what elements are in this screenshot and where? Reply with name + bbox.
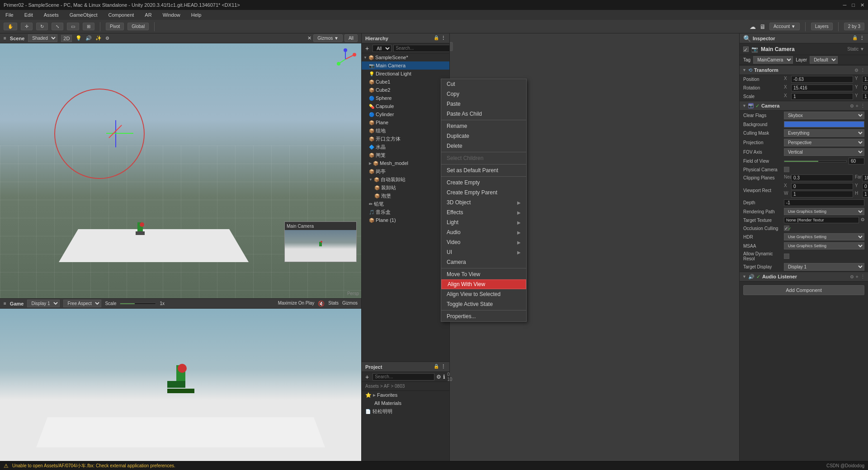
- cm-effects[interactable]: Effects ▶: [441, 207, 526, 217]
- menu-help[interactable]: Help: [189, 11, 203, 19]
- pos-x-input[interactable]: [791, 76, 853, 83]
- camera-settings-icon[interactable]: ⚙: [850, 103, 854, 108]
- msaa-dropdown[interactable]: Use Graphics Setting: [784, 242, 864, 249]
- cm-audio[interactable]: Audio ▶: [441, 227, 526, 237]
- cm-move-to-view[interactable]: Move To View: [441, 269, 526, 279]
- stats-btn[interactable]: Stats: [328, 301, 339, 307]
- project-more-icon[interactable]: ⋮: [441, 364, 446, 370]
- camera-more-icon[interactable]: ⋮: [860, 103, 865, 109]
- project-info-icon[interactable]: ℹ: [443, 374, 445, 380]
- gizmos-btn[interactable]: Gizmos ▼: [313, 34, 343, 42]
- pi-asset[interactable]: 📄 轻松明明: [362, 407, 449, 415]
- cm-create-empty-parent[interactable]: Create Empty Parent: [441, 188, 526, 197]
- lighting-icon[interactable]: 💡: [75, 35, 82, 41]
- layout-btn[interactable]: 2 by 3: [844, 23, 864, 30]
- vp-x-input[interactable]: [791, 183, 853, 190]
- projection-dropdown[interactable]: Perspective: [784, 139, 864, 146]
- audio-listener-more-icon[interactable]: ⋮: [860, 274, 865, 280]
- hierarchy-all-dropdown[interactable]: All: [373, 45, 392, 52]
- minimize-btn[interactable]: ─: [843, 2, 847, 8]
- global-btn[interactable]: Global: [127, 23, 149, 30]
- project-search-input[interactable]: [373, 373, 434, 381]
- cm-camera[interactable]: Camera: [441, 257, 526, 267]
- rot-y-input[interactable]: [862, 85, 868, 91]
- scale-tool-btn[interactable]: ⤡: [52, 23, 63, 30]
- move-tool-btn[interactable]: ✛: [21, 23, 33, 30]
- project-settings-icon[interactable]: ⚙: [436, 374, 441, 380]
- inspector-lock-icon[interactable]: 🔒: [852, 35, 858, 41]
- menu-component[interactable]: Component: [106, 11, 136, 19]
- inspector-more-icon[interactable]: ⋮: [859, 35, 864, 41]
- hi-crystal[interactable]: 🔷 水晶: [362, 143, 449, 151]
- tag-dropdown[interactable]: MainCamera: [753, 56, 793, 64]
- project-lock-icon[interactable]: 🔒: [434, 364, 439, 370]
- cm-rename[interactable]: Rename: [441, 121, 526, 131]
- hi-sphere[interactable]: 🔵 Sphere: [362, 94, 449, 102]
- menu-assets[interactable]: Assets: [42, 11, 61, 19]
- scale-slider[interactable]: [120, 303, 156, 305]
- depth-input[interactable]: [784, 199, 864, 206]
- scale-y-input[interactable]: [862, 93, 868, 100]
- layer-dropdown[interactable]: Default: [810, 56, 838, 64]
- hi-cage[interactable]: 📦 闸笼: [362, 151, 449, 159]
- scene-settings-icon[interactable]: ⚙: [105, 36, 109, 41]
- hi-plane1[interactable]: 📦 Plane (1): [362, 216, 449, 224]
- fx-icon[interactable]: ✨: [95, 35, 102, 41]
- occlusion-culling-checkbox[interactable]: ✓: [784, 226, 789, 231]
- hi-capsule[interactable]: 💊 Capsule: [362, 102, 449, 110]
- close-btn[interactable]: ✕: [860, 2, 864, 8]
- cm-set-default-parent[interactable]: Set as Default Parent: [441, 165, 526, 175]
- transform-settings-icon[interactable]: ⚙: [854, 68, 859, 73]
- hi-samplescene[interactable]: ▼ 📦 SampleScene*: [362, 53, 449, 61]
- hierarchy-lock-icon[interactable]: 🔒: [434, 35, 439, 41]
- cm-video[interactable]: Video ▶: [441, 237, 526, 247]
- maximize-btn[interactable]: □: [852, 2, 855, 8]
- scene-canvas[interactable]: Persp Main Camera: [0, 43, 361, 298]
- all-btn[interactable]: All: [344, 34, 358, 42]
- hi-mesh[interactable]: ▶ 📦 Mesh_model: [362, 159, 449, 167]
- cm-align-with-view[interactable]: Align With View: [441, 279, 526, 289]
- transform-tool-btn[interactable]: ⊞: [83, 23, 94, 30]
- hi-outpost[interactable]: 📦 岗亭: [362, 167, 449, 175]
- hierarchy-add-btn[interactable]: +: [363, 45, 371, 52]
- pivot-btn[interactable]: Pivot: [106, 23, 124, 30]
- camera-component-header[interactable]: ▼ 📷 ✓ Camera ⚙ + ⋮: [740, 101, 868, 111]
- transform-header[interactable]: ▼ ⟲ Transform ⚙ ⋮: [740, 65, 868, 75]
- target-texture-pick-icon[interactable]: ⊙: [861, 217, 864, 223]
- hi-cube1[interactable]: 📦 Cube1: [362, 78, 449, 86]
- menu-ar[interactable]: AR: [143, 11, 153, 19]
- fov-input[interactable]: [849, 158, 864, 164]
- game-gizmos-btn[interactable]: Gizmos: [342, 301, 358, 307]
- mute-btn[interactable]: 🔇: [318, 301, 325, 307]
- target-texture-input[interactable]: [784, 217, 859, 223]
- 2d-btn[interactable]: 2D: [61, 35, 72, 42]
- transform-more-icon[interactable]: ⋮: [860, 67, 865, 73]
- cm-delete[interactable]: Delete: [441, 141, 526, 151]
- hierarchy-search-input[interactable]: [393, 45, 449, 52]
- culling-mask-dropdown[interactable]: Everything: [784, 129, 864, 137]
- cm-paste-as-child[interactable]: Paste As Child: [441, 109, 526, 119]
- cm-ui[interactable]: UI ▶: [441, 247, 526, 257]
- vp-w-input[interactable]: [791, 191, 853, 197]
- fov-slider[interactable]: [784, 160, 847, 162]
- clear-flags-dropdown[interactable]: Skybox: [784, 112, 864, 119]
- cm-paste[interactable]: Paste: [441, 99, 526, 109]
- pi-all-materials[interactable]: All Materials: [362, 399, 449, 407]
- cm-cut[interactable]: Cut: [441, 79, 526, 89]
- hi-pencil[interactable]: ✏ 铅笔: [362, 200, 449, 208]
- camera-add-icon[interactable]: +: [856, 103, 859, 108]
- pi-favorites[interactable]: ⭐ ▶ Favorites: [362, 391, 449, 399]
- layers-btn[interactable]: Layers: [811, 23, 833, 30]
- physical-camera-checkbox[interactable]: [784, 167, 789, 172]
- project-add-btn[interactable]: +: [363, 373, 371, 381]
- audio-icon[interactable]: 🔊: [85, 35, 92, 41]
- inspector-obj-name[interactable]: Main Camera: [761, 46, 844, 52]
- hi-maincamera[interactable]: 📷 Main Camera: [362, 61, 449, 70]
- hi-plane[interactable]: 📦 Plane: [362, 118, 449, 127]
- cm-properties[interactable]: Properties...: [441, 311, 526, 321]
- audio-listener-add-icon[interactable]: +: [856, 274, 859, 279]
- static-dropdown[interactable]: Static ▼: [847, 47, 864, 52]
- hdr-dropdown[interactable]: Use Graphics Setting: [784, 233, 864, 240]
- menu-gameobject[interactable]: GameObject: [68, 11, 99, 19]
- audio-listener-settings-icon[interactable]: ⚙: [850, 274, 854, 279]
